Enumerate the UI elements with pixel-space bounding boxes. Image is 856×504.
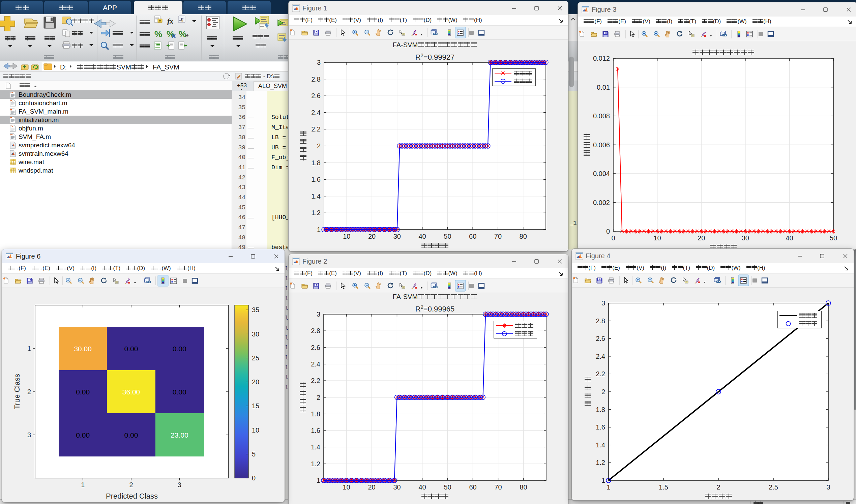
svg-text:10: 10 [342, 483, 350, 491]
svg-text:40: 40 [418, 483, 426, 491]
svg-text:1: 1 [27, 345, 31, 352]
svg-text:1: 1 [81, 481, 85, 488]
svg-text:23.00: 23.00 [171, 431, 189, 439]
svg-text:True Class: True Class [13, 374, 21, 410]
svg-text:50: 50 [830, 234, 837, 242]
svg-text:1.2: 1.2 [596, 459, 605, 466]
svg-text:0.004: 0.004 [593, 170, 610, 177]
svg-text:3: 3 [826, 483, 830, 491]
svg-text:2.6: 2.6 [596, 335, 605, 342]
svg-text:10: 10 [252, 427, 259, 434]
svg-text:2: 2 [27, 388, 31, 395]
svg-text:20: 20 [252, 378, 259, 386]
svg-text:2.2: 2.2 [311, 377, 320, 384]
svg-text:2.8: 2.8 [311, 75, 321, 83]
svg-text:3: 3 [317, 310, 320, 318]
svg-text:30: 30 [742, 234, 749, 242]
svg-text:0.00: 0.00 [76, 388, 90, 396]
svg-text:0.00: 0.00 [173, 388, 186, 396]
svg-text:1: 1 [607, 483, 610, 491]
svg-text:30: 30 [252, 330, 259, 338]
svg-text:0.00: 0.00 [173, 345, 186, 353]
svg-text:0: 0 [252, 474, 255, 482]
svg-text:15: 15 [252, 402, 259, 410]
svg-text:5: 5 [252, 450, 255, 458]
svg-text:1.8: 1.8 [311, 159, 321, 166]
svg-text:1.2: 1.2 [311, 460, 320, 468]
svg-text:2.2: 2.2 [311, 125, 321, 133]
svg-text:36.00: 36.00 [122, 388, 140, 396]
svg-text:0.00: 0.00 [124, 431, 138, 439]
svg-text:20: 20 [368, 483, 375, 491]
svg-text:25: 25 [252, 354, 259, 362]
svg-text:2.2: 2.2 [596, 370, 605, 378]
svg-text:0.012: 0.012 [593, 55, 610, 62]
svg-text:3: 3 [178, 481, 181, 488]
svg-text:40: 40 [418, 233, 426, 240]
svg-text:60: 60 [469, 233, 476, 240]
svg-text:1.6: 1.6 [311, 176, 321, 183]
svg-text:0.01: 0.01 [597, 84, 610, 91]
svg-text:fi: fi [181, 18, 183, 22]
svg-text:2.5: 2.5 [769, 483, 778, 491]
svg-text:0.008: 0.008 [593, 112, 610, 120]
svg-text:80: 80 [519, 483, 527, 491]
svg-text:80: 80 [519, 233, 527, 240]
svg-text:2.6: 2.6 [311, 92, 321, 100]
svg-text:0: 0 [611, 234, 615, 242]
svg-text:1.4: 1.4 [311, 193, 321, 200]
svg-text:2.8: 2.8 [596, 317, 605, 325]
svg-text:0: 0 [606, 228, 610, 235]
svg-text:20: 20 [698, 234, 705, 242]
svg-text:40: 40 [786, 234, 793, 242]
svg-text:1: 1 [602, 477, 605, 484]
svg-text:2: 2 [317, 394, 320, 401]
svg-text:60: 60 [469, 483, 476, 491]
svg-text:35: 35 [252, 306, 259, 313]
svg-text:Predicted Class: Predicted Class [106, 492, 158, 500]
svg-text:3: 3 [27, 431, 31, 438]
svg-text:0.006: 0.006 [593, 141, 610, 149]
svg-text:2.4: 2.4 [596, 353, 605, 360]
svg-text:1.2: 1.2 [311, 209, 321, 216]
svg-text:1.4: 1.4 [596, 441, 605, 449]
svg-text:30: 30 [393, 233, 401, 240]
svg-text:1.4: 1.4 [311, 443, 320, 451]
svg-text:2: 2 [602, 388, 605, 395]
svg-text:10: 10 [653, 234, 661, 242]
svg-text:%: % [179, 29, 186, 39]
svg-text:3: 3 [602, 299, 605, 307]
svg-text:70: 70 [494, 233, 502, 240]
svg-text:%: % [155, 29, 162, 39]
svg-text:2.8: 2.8 [311, 327, 320, 335]
svg-text:1.8: 1.8 [311, 410, 320, 418]
svg-text:2: 2 [716, 483, 720, 491]
svg-text:50: 50 [444, 233, 451, 240]
svg-text:1: 1 [317, 477, 320, 484]
svg-text:2: 2 [129, 481, 133, 488]
svg-text:0.00: 0.00 [124, 345, 138, 353]
svg-text:70: 70 [494, 483, 502, 491]
svg-text:0.002: 0.002 [593, 199, 610, 206]
svg-text:1.8: 1.8 [596, 406, 605, 413]
svg-text:1: 1 [317, 226, 321, 233]
svg-text:2.4: 2.4 [311, 109, 321, 116]
svg-text:30: 30 [393, 483, 400, 491]
svg-text:20: 20 [368, 233, 376, 240]
svg-text:%: % [166, 29, 174, 39]
svg-text:10: 10 [343, 233, 350, 240]
svg-text:50: 50 [444, 483, 451, 491]
svg-text:fx: fx [167, 17, 173, 25]
svg-text:30.00: 30.00 [74, 345, 92, 353]
svg-text:1.5: 1.5 [659, 483, 668, 491]
svg-text:2.6: 2.6 [311, 344, 320, 351]
svg-text:1.6: 1.6 [596, 424, 605, 431]
svg-text:2.4: 2.4 [311, 360, 320, 368]
svg-text:0.00: 0.00 [76, 431, 90, 439]
svg-text:2: 2 [317, 142, 321, 150]
svg-text:1.6: 1.6 [311, 427, 320, 434]
svg-text:3: 3 [317, 59, 321, 66]
